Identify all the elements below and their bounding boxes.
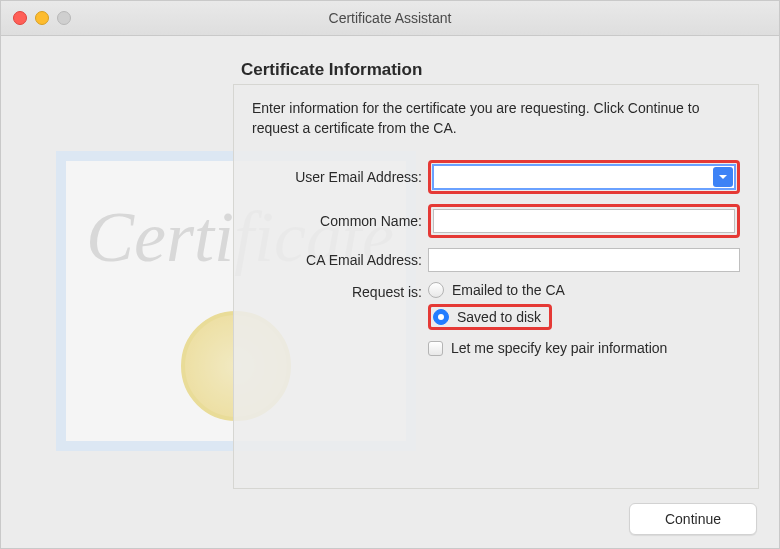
ca-email-label: CA Email Address: [252, 252, 428, 268]
traffic-lights [13, 11, 71, 25]
window: Certificate Assistant Certificate Certif… [0, 0, 780, 549]
row-request-is: Request is: Emailed to the CA Saved to d… [252, 282, 740, 356]
row-ca-email: CA Email Address: [252, 248, 740, 272]
radio-emailed[interactable]: Emailed to the CA [428, 282, 667, 298]
checkbox-keypair-icon [428, 341, 443, 356]
continue-button-label: Continue [665, 511, 721, 527]
request-is-ctrl: Emailed to the CA Saved to disk [428, 282, 740, 356]
close-icon[interactable] [13, 11, 27, 25]
chevron-down-icon[interactable] [713, 167, 733, 187]
common-name-input[interactable] [433, 209, 735, 233]
user-email-label: User Email Address: [252, 169, 428, 185]
ca-email-ctrl [428, 248, 740, 272]
request-is-label: Request is: [252, 282, 428, 300]
instructions-text: Enter information for the certificate yo… [252, 99, 740, 138]
user-email-highlight [428, 160, 740, 194]
zoom-icon [57, 11, 71, 25]
radio-saved-highlight: Saved to disk [428, 304, 667, 330]
radio-emailed-icon [428, 282, 444, 298]
form-panel: Enter information for the certificate yo… [233, 84, 759, 489]
user-email-combo[interactable] [433, 165, 735, 189]
row-common-name: Common Name: [252, 204, 740, 238]
row-user-email: User Email Address: [252, 160, 740, 194]
common-name-label: Common Name: [252, 213, 428, 229]
radio-emailed-label: Emailed to the CA [452, 282, 565, 298]
checkbox-keypair[interactable]: Let me specify key pair information [428, 340, 667, 356]
minimize-icon[interactable] [35, 11, 49, 25]
radio-saved-label: Saved to disk [457, 309, 541, 325]
checkbox-keypair-label: Let me specify key pair information [451, 340, 667, 356]
radio-saved[interactable]: Saved to disk [433, 309, 541, 325]
ca-email-input[interactable] [428, 248, 740, 272]
content: Certificate Certificate Information Ente… [1, 36, 779, 549]
page-heading: Certificate Information [241, 60, 422, 80]
user-email-input[interactable] [433, 165, 735, 189]
window-title: Certificate Assistant [1, 10, 779, 26]
continue-button[interactable]: Continue [629, 503, 757, 535]
radio-saved-icon [433, 309, 449, 325]
titlebar: Certificate Assistant [1, 1, 779, 36]
common-name-highlight [428, 204, 740, 238]
request-is-radio-group: Emailed to the CA Saved to disk [428, 282, 667, 356]
